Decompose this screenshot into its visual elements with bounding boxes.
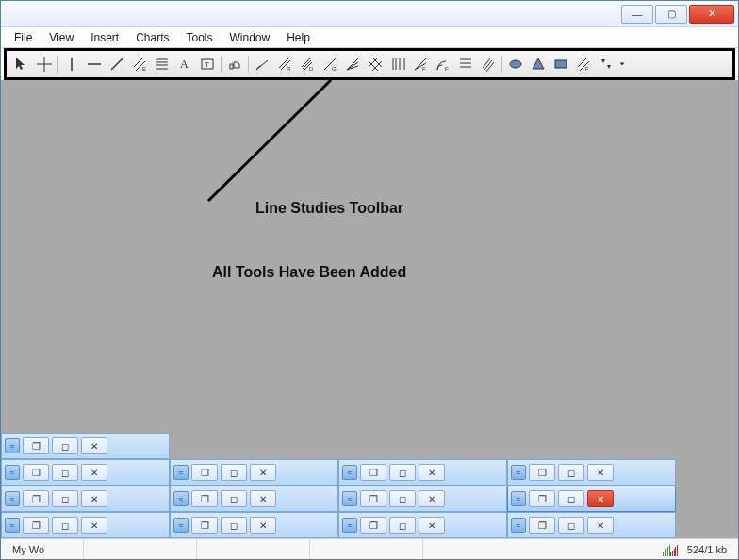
close-icon[interactable]: ✕	[250, 490, 276, 507]
fibo-time-zone-icon[interactable]	[386, 54, 409, 74]
gann-grid-icon[interactable]	[364, 54, 386, 74]
rectangle-icon[interactable]	[550, 54, 572, 74]
maximize-icon[interactable]: ◻	[52, 437, 78, 454]
close-icon[interactable]: ✕	[81, 490, 107, 507]
linear-regression-channel-icon[interactable]: R	[273, 54, 296, 74]
maximize-icon[interactable]: ◻	[52, 490, 78, 507]
close-button[interactable]	[689, 5, 734, 24]
chart-icon: ≈	[511, 465, 526, 480]
chart-icon: ≈	[511, 518, 526, 533]
horizontal-line-icon[interactable]	[83, 54, 106, 74]
minimized-window[interactable]: ≈❐◻✕	[338, 512, 507, 538]
restore-icon[interactable]: ❐	[23, 490, 49, 507]
minimized-window[interactable]: ≈❐◻✕	[1, 459, 170, 486]
vertical-line-icon[interactable]	[60, 54, 83, 74]
minimized-window[interactable]: ≈❐◻✕	[170, 486, 338, 512]
svg-marker-54	[620, 62, 625, 65]
maximize-icon[interactable]: ◻	[558, 464, 584, 481]
menu-charts[interactable]: Charts	[128, 29, 176, 46]
ellipse-icon[interactable]	[504, 54, 527, 74]
close-icon[interactable]: ✕	[419, 464, 445, 481]
restore-icon[interactable]: ❐	[529, 517, 555, 534]
restore-icon[interactable]: ❐	[23, 517, 49, 534]
menu-view[interactable]: View	[41, 29, 81, 46]
trendline-by-angle-icon[interactable]	[251, 54, 273, 74]
minimized-window[interactable]: ≈ ❐ ◻ ✕	[1, 433, 170, 459]
cycle-lines-icon[interactable]	[595, 54, 617, 74]
close-icon[interactable]: ✕	[81, 464, 107, 481]
fibo-expansion-icon[interactable]	[477, 54, 500, 74]
gann-fan-icon[interactable]	[341, 54, 364, 74]
restore-icon[interactable]: ❐	[23, 464, 49, 481]
gann-line-icon[interactable]: G	[319, 54, 341, 74]
svg-line-55	[208, 80, 331, 201]
chart-icon: ≈	[342, 465, 357, 480]
minimized-window[interactable]: ≈❐◻✕	[1, 512, 170, 538]
restore-icon[interactable]: ❐	[191, 517, 218, 534]
svg-line-4	[111, 58, 123, 70]
maximize-icon[interactable]: ◻	[221, 517, 247, 534]
restore-icon[interactable]: ❐	[191, 490, 218, 507]
minimized-window[interactable]: ≈❐◻✕	[507, 512, 676, 538]
andrews-pitchfork-icon[interactable]: F	[572, 54, 595, 74]
close-icon[interactable]: ✕	[250, 464, 276, 481]
fibo-arcs-icon[interactable]: F	[432, 54, 454, 74]
minimized-window[interactable]: ≈❐◻✕	[170, 512, 338, 538]
menu-help[interactable]: Help	[279, 29, 318, 46]
text-box-icon[interactable]: T	[196, 54, 219, 74]
restore-icon[interactable]: ❐	[529, 490, 555, 507]
minimized-window[interactable]: ≈❐◻✕	[338, 486, 507, 512]
stddev-channel-icon[interactable]: D	[296, 54, 319, 74]
restore-icon[interactable]: ❐	[529, 464, 555, 481]
maximize-icon[interactable]: ◻	[558, 490, 584, 507]
restore-icon[interactable]: ❐	[191, 464, 218, 481]
statusbar: My Wo 524/1 kb	[1, 538, 738, 559]
svg-line-45	[486, 62, 494, 72]
restore-icon[interactable]: ❐	[360, 464, 386, 481]
minimized-window[interactable]: ≈❐◻✕	[507, 459, 676, 486]
maximize-icon[interactable]: ◻	[389, 490, 416, 507]
close-icon[interactable]: ✕	[81, 437, 107, 454]
svg-text:R: R	[287, 66, 291, 72]
triangle-icon[interactable]	[527, 54, 550, 74]
maximize-icon[interactable]: ◻	[389, 464, 416, 481]
toolbar-dropdown-icon[interactable]	[617, 54, 627, 74]
maximize-icon[interactable]: ◻	[52, 464, 78, 481]
close-icon[interactable]: ✕	[250, 517, 276, 534]
maximize-icon[interactable]: ◻	[389, 517, 416, 534]
trend-line-icon[interactable]	[106, 54, 128, 74]
maximize-icon[interactable]: ◻	[558, 517, 584, 534]
close-icon[interactable]: ✕	[81, 517, 107, 534]
close-icon[interactable]: ✕	[587, 464, 614, 481]
close-icon[interactable]: ✕	[419, 490, 445, 507]
minimized-window[interactable]: ≈❐◻✕	[170, 459, 338, 486]
fibonacci-retracement-icon[interactable]	[151, 54, 173, 74]
minimized-window[interactable]: ≈❐◻✕	[338, 459, 507, 486]
menu-insert[interactable]: Insert	[83, 29, 126, 46]
minimized-window[interactable]: ≈❐◻✕	[1, 486, 170, 512]
close-icon[interactable]: ✕	[587, 490, 614, 507]
fibo-fan-icon[interactable]: F	[409, 54, 432, 74]
maximize-button[interactable]	[655, 5, 687, 24]
close-icon[interactable]: ✕	[419, 517, 445, 534]
minimized-window-active[interactable]: ≈❐◻✕	[507, 486, 676, 512]
menu-file[interactable]: File	[7, 29, 40, 46]
equidistant-channel-icon[interactable]: E	[128, 54, 151, 74]
fibo-channel-icon[interactable]	[454, 54, 477, 74]
maximize-icon[interactable]: ◻	[221, 490, 247, 507]
maximize-icon[interactable]: ◻	[52, 517, 78, 534]
restore-icon[interactable]: ❐	[360, 490, 386, 507]
crosshair-icon[interactable]	[33, 54, 56, 74]
menu-window[interactable]: Window	[222, 29, 278, 46]
restore-icon[interactable]: ❐	[360, 517, 386, 534]
restore-icon[interactable]: ❐	[23, 437, 49, 454]
annotation-line	[199, 80, 350, 203]
minimize-button[interactable]	[621, 5, 653, 24]
thumbs-icon[interactable]	[223, 54, 246, 74]
close-icon[interactable]: ✕	[587, 517, 614, 534]
maximize-icon[interactable]: ◻	[221, 464, 247, 481]
cursor-icon[interactable]	[10, 54, 33, 74]
menu-tools[interactable]: Tools	[179, 29, 221, 46]
chart-icon: ≈	[173, 465, 189, 480]
text-label-icon[interactable]: A	[173, 54, 196, 74]
